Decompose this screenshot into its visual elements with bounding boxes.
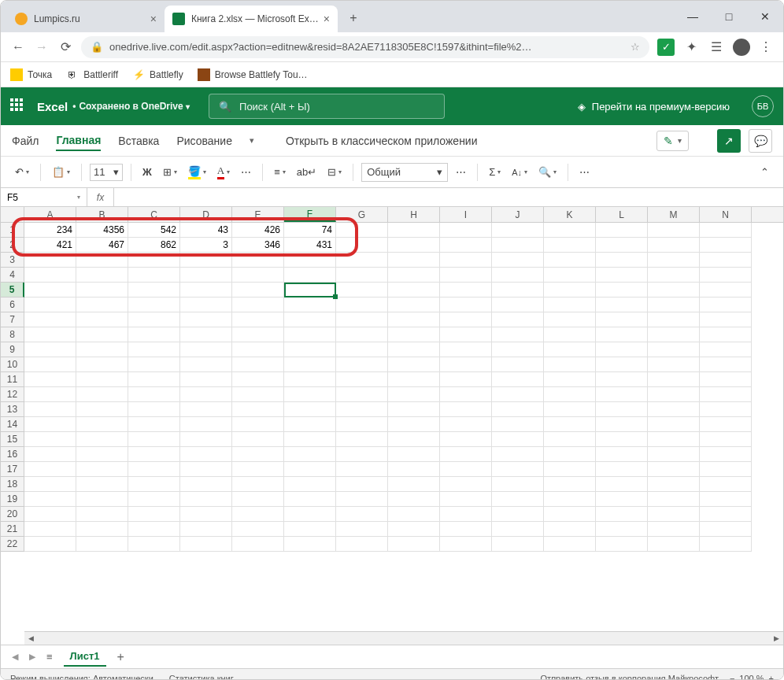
cell[interactable] [336, 253, 388, 268]
cell[interactable] [388, 507, 440, 522]
more-tabs-icon[interactable]: ▾ [250, 135, 254, 146]
edit-mode-button[interactable]: ✎ ▾ [656, 131, 689, 151]
cell[interactable] [232, 522, 284, 537]
cell[interactable] [284, 462, 336, 477]
cell[interactable] [440, 268, 492, 283]
cell[interactable] [388, 522, 440, 537]
cell[interactable] [128, 342, 180, 357]
share-button[interactable]: ↗ [717, 129, 741, 153]
cell[interactable] [388, 342, 440, 357]
cell[interactable] [596, 327, 648, 342]
cell[interactable] [128, 387, 180, 402]
cell[interactable] [492, 327, 544, 342]
cell[interactable] [24, 447, 76, 462]
cell[interactable] [492, 462, 544, 477]
cell[interactable] [336, 462, 388, 477]
cell[interactable] [440, 402, 492, 417]
cell[interactable] [336, 522, 388, 537]
cell[interactable] [544, 522, 596, 537]
cell[interactable] [544, 327, 596, 342]
cell[interactable] [544, 462, 596, 477]
cell[interactable] [388, 417, 440, 432]
horizontal-scrollbar[interactable]: ◀ ▶ [24, 631, 783, 645]
column-header[interactable]: E [232, 207, 284, 222]
cell[interactable] [336, 477, 388, 492]
row-header[interactable]: 16 [1, 447, 24, 462]
cell[interactable] [388, 238, 440, 253]
cell[interactable] [76, 522, 128, 537]
cell[interactable] [648, 462, 700, 477]
cell[interactable] [180, 372, 232, 387]
search-input[interactable]: 🔍 Поиск (Alt + Ы) [209, 94, 445, 119]
cell[interactable] [700, 432, 752, 447]
cell[interactable] [180, 492, 232, 507]
cell[interactable] [24, 537, 76, 552]
cell[interactable] [544, 507, 596, 522]
premium-button[interactable]: ◈ Перейти на премиум-версию [578, 101, 730, 113]
cell[interactable] [232, 537, 284, 552]
row-header[interactable]: 15 [1, 432, 24, 447]
zoom-out-icon[interactable]: − [730, 674, 734, 681]
cell[interactable] [544, 492, 596, 507]
cell[interactable] [700, 223, 752, 238]
cell[interactable] [492, 492, 544, 507]
cell[interactable] [492, 268, 544, 283]
cell[interactable] [440, 537, 492, 552]
cell[interactable] [76, 372, 128, 387]
cell[interactable] [648, 372, 700, 387]
cell[interactable] [596, 283, 648, 298]
cell[interactable] [544, 402, 596, 417]
row-header[interactable]: 22 [1, 537, 24, 552]
font-size-input[interactable]: 11▾ [90, 164, 123, 181]
cell[interactable] [648, 432, 700, 447]
cell[interactable] [180, 298, 232, 312]
cell[interactable] [388, 268, 440, 283]
cell[interactable] [544, 432, 596, 447]
browser-tab-lumpics[interactable]: Lumpics.ru × [7, 6, 165, 32]
cell[interactable] [284, 522, 336, 537]
cell[interactable] [492, 283, 544, 298]
cell[interactable] [284, 507, 336, 522]
maximize-button[interactable]: □ [711, 1, 747, 32]
cell[interactable] [232, 507, 284, 522]
cell[interactable] [284, 402, 336, 417]
cell[interactable] [648, 268, 700, 283]
cell[interactable] [76, 462, 128, 477]
cell[interactable] [76, 342, 128, 357]
cell[interactable] [76, 402, 128, 417]
cell[interactable] [24, 312, 76, 327]
cell[interactable] [648, 238, 700, 253]
cell[interactable] [128, 327, 180, 342]
cell[interactable] [440, 253, 492, 268]
cell[interactable] [440, 387, 492, 402]
cell[interactable] [128, 283, 180, 298]
cell[interactable] [336, 238, 388, 253]
cell[interactable] [596, 432, 648, 447]
cell[interactable] [388, 537, 440, 552]
cell[interactable] [388, 492, 440, 507]
bookmark-battlefly[interactable]: ⚡Battlefly [132, 68, 183, 81]
cell[interactable]: 862 [128, 238, 180, 253]
cell[interactable] [284, 537, 336, 552]
cell[interactable] [388, 447, 440, 462]
cell[interactable] [128, 447, 180, 462]
all-sheets-icon[interactable]: ≡ [46, 651, 53, 663]
cell[interactable] [388, 357, 440, 372]
add-sheet-button[interactable]: + [117, 650, 124, 664]
cell[interactable] [232, 253, 284, 268]
cell[interactable] [492, 223, 544, 238]
cell[interactable] [388, 477, 440, 492]
more-number-icon[interactable]: ⋯ [453, 164, 469, 180]
row-header[interactable]: 19 [1, 492, 24, 507]
select-all-corner[interactable] [1, 207, 24, 222]
cell[interactable] [180, 432, 232, 447]
cell[interactable] [24, 372, 76, 387]
cell[interactable] [700, 507, 752, 522]
status-feedback[interactable]: Отправить отзыв в корпорация Майкрософт [541, 674, 719, 681]
cell[interactable] [492, 507, 544, 522]
cell[interactable] [180, 387, 232, 402]
cell[interactable] [24, 417, 76, 432]
cell[interactable] [648, 417, 700, 432]
cell[interactable] [648, 253, 700, 268]
column-header[interactable]: A [24, 207, 76, 222]
